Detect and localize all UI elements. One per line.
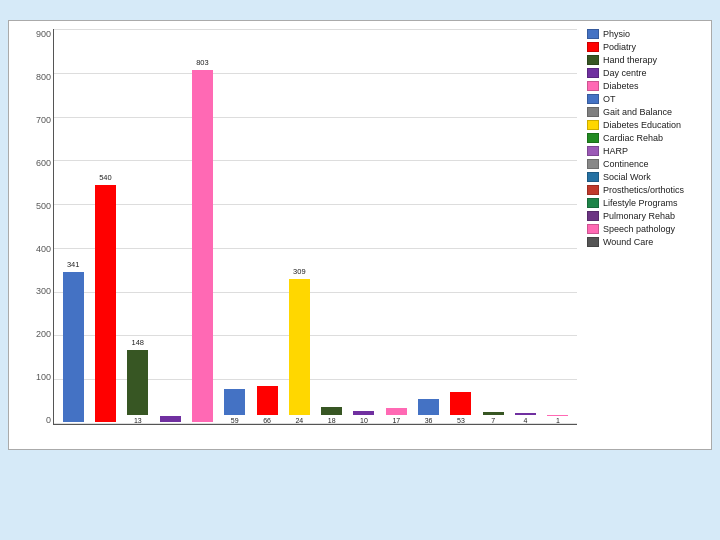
legend-item: Pulmonary Rehab xyxy=(587,211,705,221)
legend-item: Prosthetics/orthotics xyxy=(587,185,705,195)
bar-bottom-label: 53 xyxy=(457,417,465,424)
legend-label: Physio xyxy=(603,29,630,39)
legend-label: Diabetes Education xyxy=(603,120,681,130)
legend-item: Speech pathology xyxy=(587,224,705,234)
legend-label: Cardiac Rehab xyxy=(603,133,663,143)
bar: 803 xyxy=(192,70,213,422)
legend-color-box xyxy=(587,68,599,78)
bar xyxy=(353,411,374,415)
legend-color-box xyxy=(587,185,599,195)
legend-item: Hand therapy xyxy=(587,55,705,65)
legend-item: Cardiac Rehab xyxy=(587,133,705,143)
bar-bottom-label: 4 xyxy=(524,417,528,424)
chart-area: 0100200300400500600700800900 341 540 148… xyxy=(8,20,712,450)
bar xyxy=(515,413,536,415)
bar-value-label: 803 xyxy=(196,58,209,67)
legend-item: Diabetes Education xyxy=(587,120,705,130)
legend-item: Wound Care xyxy=(587,237,705,247)
legend-label: Day centre xyxy=(603,68,647,78)
bar-value-label: 309 xyxy=(293,267,306,276)
y-axis-label: 900 xyxy=(11,29,51,39)
bar-bottom-label: 59 xyxy=(231,417,239,424)
bar xyxy=(321,407,342,415)
legend-color-box xyxy=(587,159,599,169)
bar-group: 341 xyxy=(60,29,86,424)
legend-label: Lifestyle Programs xyxy=(603,198,678,208)
bar xyxy=(257,386,278,415)
bar-group xyxy=(157,29,183,424)
legend-color-box xyxy=(587,81,599,91)
bar-group: 10 xyxy=(351,29,377,424)
y-axis-label: 100 xyxy=(11,372,51,382)
legend-label: Prosthetics/orthotics xyxy=(603,185,684,195)
legend-color-box xyxy=(587,172,599,182)
legend-color-box xyxy=(587,133,599,143)
legend-item: Lifestyle Programs xyxy=(587,198,705,208)
legend-color-box xyxy=(587,237,599,247)
bar-bottom-label: 13 xyxy=(134,417,142,424)
bar-bottom-label: 66 xyxy=(263,417,271,424)
bar-group: 17 xyxy=(383,29,409,424)
legend-label: Pulmonary Rehab xyxy=(603,211,675,221)
bar-group: 803 xyxy=(189,29,215,424)
bar-group: 540 xyxy=(92,29,118,424)
bar-group: 66 xyxy=(254,29,280,424)
legend-label: Speech pathology xyxy=(603,224,675,234)
bar-bottom-label: 17 xyxy=(392,417,400,424)
legend-color-box xyxy=(587,29,599,39)
chart-inner: 0100200300400500600700800900 341 540 148… xyxy=(9,21,581,449)
legend-item: Gait and Balance xyxy=(587,107,705,117)
bar xyxy=(483,412,504,415)
bar-bottom-label: 1 xyxy=(556,417,560,424)
bar: 540 xyxy=(95,185,116,422)
y-axis-label: 300 xyxy=(11,286,51,296)
legend-label: Diabetes xyxy=(603,81,639,91)
legend-color-box xyxy=(587,224,599,234)
legend-label: Podiatry xyxy=(603,42,636,52)
legend-color-box xyxy=(587,107,599,117)
legend-color-box xyxy=(587,42,599,52)
bar-group: 53 xyxy=(448,29,474,424)
legend-label: OT xyxy=(603,94,616,104)
bar: 309 xyxy=(289,279,310,415)
bar-bottom-label: 10 xyxy=(360,417,368,424)
bar-bottom-label: 24 xyxy=(295,417,303,424)
legend-color-box xyxy=(587,120,599,130)
bar xyxy=(418,399,439,415)
bar xyxy=(224,389,245,415)
bar-value-label: 540 xyxy=(99,173,112,182)
legend-label: HARP xyxy=(603,146,628,156)
bar-group: 36 xyxy=(415,29,441,424)
y-axis-label: 600 xyxy=(11,158,51,168)
bar: 341 xyxy=(63,272,84,422)
legend-color-box xyxy=(587,198,599,208)
legend-color-box xyxy=(587,211,599,221)
bar-group: 59 xyxy=(222,29,248,424)
bar-group: 1 xyxy=(545,29,571,424)
legend-label: Continence xyxy=(603,159,649,169)
legend-item: Physio xyxy=(587,29,705,39)
y-axis-label: 500 xyxy=(11,201,51,211)
bar-group: 30924 xyxy=(286,29,312,424)
y-axis-label: 200 xyxy=(11,329,51,339)
legend-color-box xyxy=(587,55,599,65)
legend-item: Diabetes xyxy=(587,81,705,91)
legend-item: OT xyxy=(587,94,705,104)
legend-item: Podiatry xyxy=(587,42,705,52)
y-axis: 0100200300400500600700800900 xyxy=(11,29,51,425)
bar xyxy=(160,416,181,422)
legend-label: Gait and Balance xyxy=(603,107,672,117)
bar-group: 4 xyxy=(512,29,538,424)
legend-label: Wound Care xyxy=(603,237,653,247)
bar-group: 7 xyxy=(480,29,506,424)
y-axis-label: 0 xyxy=(11,415,51,425)
legend: PhysioPodiatryHand therapyDay centreDiab… xyxy=(581,21,711,449)
legend-item: Day centre xyxy=(587,68,705,78)
y-axis-label: 700 xyxy=(11,115,51,125)
legend-item: Social Work xyxy=(587,172,705,182)
legend-label: Social Work xyxy=(603,172,651,182)
legend-color-box xyxy=(587,94,599,104)
legend-item: Continence xyxy=(587,159,705,169)
bar-bottom-label: 18 xyxy=(328,417,336,424)
legend-item: HARP xyxy=(587,146,705,156)
